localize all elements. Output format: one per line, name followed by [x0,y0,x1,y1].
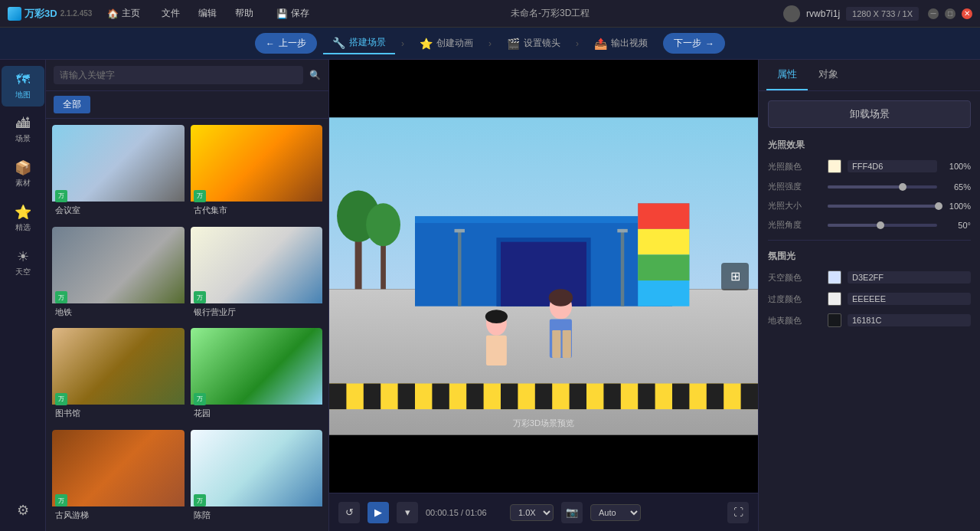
scene-label-library: 图书馆 [52,405,185,421]
title-bar: 万彩3D 2.1.2.453 🏠 主页 文件 编辑 帮助 💾 保存 未命名-万彩… [0,0,980,28]
svg-rect-30 [707,384,724,410]
workflow-bar: ← 上一步 🔧 搭建场景 › ⭐ 创建动画 › 🎬 设置镜头 › 📤 输出视频 … [0,28,980,60]
video-controls: ↺ ▶ ▾ 00:00.15 / 01:06 1.0X 0.5X 1.5X 2.… [329,493,758,531]
minimize-button[interactable]: ─ [928,8,939,19]
svg-rect-27 [603,384,620,410]
settings-icon: ⚙ [17,502,29,519]
scene-label-bank: 银行营业厅 [191,303,323,320]
workflow-step-create-animation[interactable]: ⭐ 创建动画 [410,33,482,54]
svg-rect-28 [638,384,655,410]
lighting-color-swatch[interactable] [828,159,841,173]
lighting-size-slider[interactable] [828,205,937,208]
scene-thumb-meeting [52,125,185,202]
lighting-intensity-slider[interactable] [828,185,937,188]
arrow-3: › [576,38,579,49]
scene-card-market[interactable]: 万 古代集市 [191,125,323,221]
sidebar-label-sky: 天空 [15,267,31,277]
prev-step-button[interactable]: ← 上一步 [255,33,317,54]
ambient-sky-row: 天空颜色 D3E2FF [768,270,971,284]
save-button[interactable]: 💾 保存 [269,5,317,22]
scene-card-library[interactable]: 万 图书馆 [52,328,185,424]
scene-thumb-subway [52,227,185,303]
scene-card-subway[interactable]: 万 地铁 [52,227,185,323]
scene-label-stairs: 古风游梯 [52,506,185,523]
scene-card-hospital[interactable]: 万 陈陪 [191,430,323,526]
scene-thumb-hospital [191,430,323,506]
resolution-info[interactable]: 1280 X 733 / 1X [846,7,919,21]
svg-rect-14 [458,229,461,306]
save-icon: 💾 [276,8,288,19]
quality-selector[interactable]: Auto 720P 1080P [590,504,641,521]
grid-overlay-button[interactable]: ⊞ [721,263,749,290]
workflow-step-export-video[interactable]: 📤 输出视频 [585,33,657,54]
scene-badge-subway: 万 [55,291,67,303]
menu-help[interactable]: 帮助 [229,5,260,22]
svg-rect-37 [552,330,560,358]
fullscreen-button[interactable]: ⛶ [727,502,749,523]
sidebar-item-map[interactable]: 🗺 地图 [2,66,44,107]
svg-rect-1 [329,289,758,434]
scene-svg: 万彩3D场景预览 [329,60,758,493]
home-button[interactable]: 🏠 主页 [101,5,146,22]
scene-icon: 🏙 [16,116,30,132]
scene-badge-library: 万 [55,393,67,405]
scene-badge-hospital: 万 [194,494,206,506]
scene-card-stairs[interactable]: 万 古风游梯 [52,430,185,526]
user-info: rvwb7i1j 1280 X 733 / 1X [783,5,919,22]
play-dropdown-button[interactable]: ▾ [397,502,418,523]
svg-rect-21 [398,384,415,410]
selection-icon: ⭐ [15,204,31,221]
scene-thumb-stairs [52,430,185,506]
map-icon: 🗺 [16,72,30,88]
tab-object[interactable]: 对象 [808,60,849,90]
sidebar-item-selection[interactable]: ⭐ 精选 [2,198,44,239]
maximize-button[interactable]: □ [945,8,956,19]
workflow-step-set-camera[interactable]: 🎬 设置镜头 [498,33,570,54]
svg-rect-29 [672,384,689,410]
play-button[interactable]: ▶ [368,502,389,523]
filter-all-button[interactable]: 全部 [54,96,90,113]
unload-scene-button[interactable]: 卸载场景 [768,100,971,128]
scene-label-market: 古代集市 [191,202,323,218]
ambient-mid-row: 过度颜色 EEEEEE [768,292,971,306]
ambient-sky-value: D3E2FF [848,271,971,284]
svg-rect-31 [741,384,758,410]
ambient-ground-row: 地表颜色 16181C [768,313,971,327]
lighting-angle-slider[interactable] [828,224,937,227]
svg-text:万彩3D场景预览: 万彩3D场景预览 [513,419,574,428]
sidebar-item-settings[interactable]: ⚙ [2,496,44,525]
lighting-color-value: FFF4D6 [848,160,937,172]
tab-properties[interactable]: 属性 [766,60,808,90]
scene-card-meeting[interactable]: 万 会议室 [52,125,185,221]
export-video-icon: 📤 [594,38,607,50]
camera-button[interactable]: 📷 [561,502,583,523]
sidebar-item-sky[interactable]: ☀ 天空 [2,242,44,284]
svg-rect-38 [563,330,571,358]
scene-card-bank[interactable]: 万 银行营业厅 [191,227,323,323]
filter-bar: 全部 [46,91,328,119]
workflow-step-build-scene[interactable]: 🔧 搭建场景 [323,32,395,54]
menu-edit[interactable]: 编辑 [192,5,223,22]
ambient-ground-swatch[interactable] [828,313,841,327]
replay-button[interactable]: ↺ [338,502,360,523]
svg-rect-20 [364,384,381,410]
arrow-1: › [401,38,404,49]
ambient-mid-swatch[interactable] [828,292,841,306]
search-input[interactable] [54,66,303,84]
sidebar-item-scene[interactable]: 🏙 场景 [2,110,44,150]
sidebar-item-material[interactable]: 📦 素材 [2,153,44,195]
svg-rect-11 [638,203,689,229]
menu-file[interactable]: 文件 [155,5,186,22]
close-button[interactable]: ✕ [962,8,972,19]
search-icon[interactable]: 🔍 [309,70,321,80]
build-scene-icon: 🔧 [332,37,345,49]
next-step-button[interactable]: 下一步 → [663,33,725,54]
lighting-color-label: 光照颜色 [768,161,822,172]
lighting-intensity-row: 光照强度 65% [768,181,971,192]
svg-rect-25 [535,384,552,410]
ambient-sky-swatch[interactable] [828,270,841,284]
svg-rect-19 [329,384,346,410]
scene-badge-stairs: 万 [55,494,67,506]
scene-card-garden[interactable]: 万 花园 [191,328,323,424]
speed-selector[interactable]: 1.0X 0.5X 1.5X 2.0X [510,504,554,521]
